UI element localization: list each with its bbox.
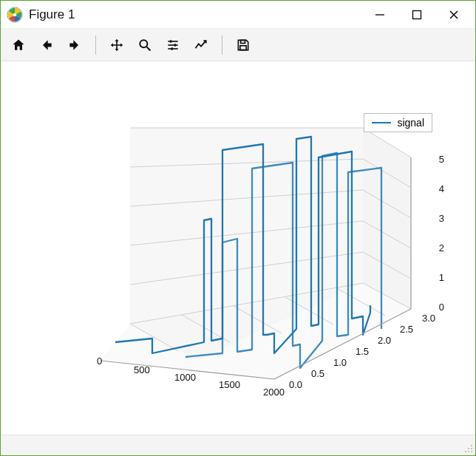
y-tick-0: 0.0 — [289, 379, 302, 390]
y-tick-4: 2.0 — [378, 335, 391, 346]
y-tick-1: 0.5 — [311, 368, 324, 379]
z-tick-4: 4 — [439, 183, 444, 194]
window-title: Figure 1 — [29, 7, 75, 22]
svg-rect-3 — [413, 10, 421, 18]
z-tick-2: 2 — [439, 242, 444, 253]
statusbar — [1, 435, 475, 455]
svg-rect-14 — [241, 40, 245, 43]
svg-point-6 — [140, 40, 147, 47]
x-tick-4: 2000 — [263, 387, 285, 398]
z-tick-3: 3 — [439, 213, 444, 224]
titlebar: Figure 1 — [1, 1, 475, 29]
close-button[interactable] — [435, 1, 472, 28]
edit-parameters-button[interactable] — [188, 33, 214, 58]
svg-rect-13 — [171, 47, 174, 50]
z-tick-1: 1 — [439, 272, 444, 283]
svg-rect-15 — [240, 45, 246, 50]
svg-marker-17 — [363, 128, 411, 309]
svg-rect-12 — [174, 44, 177, 46]
pan-button[interactable] — [103, 33, 130, 58]
toolbar-separator — [222, 35, 222, 55]
legend-swatch — [372, 122, 391, 123]
toolbar-separator — [95, 35, 96, 55]
x-tick-0: 0 — [97, 355, 102, 367]
svg-rect-11 — [170, 40, 172, 42]
zoom-button[interactable] — [132, 33, 158, 58]
y-tick-6: 3.0 — [422, 313, 435, 324]
save-button[interactable] — [230, 33, 256, 58]
y-tick-2: 1.0 — [333, 357, 347, 368]
minimize-button[interactable] — [361, 1, 398, 28]
legend-label: signal — [397, 117, 424, 129]
home-button[interactable] — [5, 33, 32, 58]
z-tick-0: 0 — [439, 302, 444, 313]
x-tick-3: 1500 — [219, 379, 240, 390]
x-tick-1: 500 — [134, 364, 150, 375]
plot-canvas[interactable]: signal 0 1 2 3 4 5 0.0 0.5 1.0 1.5 2.0 2… — [1, 61, 475, 435]
matplotlib-toolbar — [1, 29, 475, 61]
z-tick-5: 5 — [439, 154, 444, 165]
app-icon — [7, 7, 23, 23]
forward-button[interactable] — [61, 33, 88, 58]
svg-line-7 — [147, 47, 151, 50]
figure-window: Figure 1 — [0, 0, 476, 456]
resize-grip[interactable] — [465, 445, 474, 454]
legend: signal — [364, 113, 432, 132]
y-tick-5: 2.5 — [400, 324, 413, 335]
maximize-button[interactable] — [398, 1, 435, 28]
back-button[interactable] — [33, 33, 60, 58]
configure-subplots-button[interactable] — [160, 33, 186, 58]
svg-point-1 — [13, 13, 17, 16]
x-tick-2: 1000 — [174, 372, 196, 383]
y-tick-3: 1.5 — [356, 346, 369, 357]
window-controls — [361, 1, 472, 28]
